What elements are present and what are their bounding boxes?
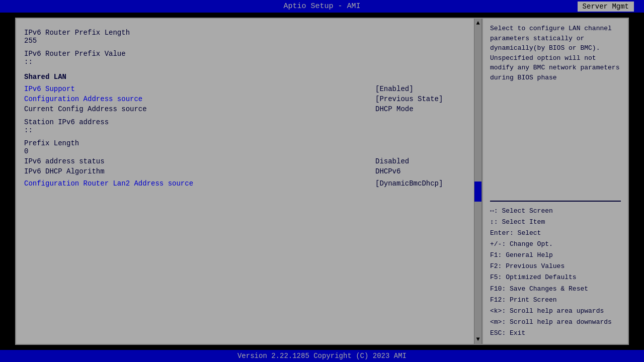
scrollbar[interactable]: ▲ ▼ xyxy=(474,19,482,344)
current-config-label: Current Config Address source xyxy=(24,105,375,113)
key-hint-f12: F12: Print Screen xyxy=(490,295,621,306)
config-address-source-value: [Previous State] xyxy=(375,95,466,103)
ipv6-support-value: [Enabled] xyxy=(375,85,466,93)
ipv6-address-status-value: Disabled xyxy=(375,157,466,165)
ipv6-dhcp-algo-row: IPv6 DHCP Algorithm DHCPv6 xyxy=(24,167,466,175)
station-ipv6-label: Station IPv6 address xyxy=(24,118,466,126)
config-address-source-label[interactable]: Configuration Address source xyxy=(24,95,375,103)
scroll-track[interactable] xyxy=(474,28,481,335)
ipv6-router-prefix-value-val: :: xyxy=(24,58,466,66)
scroll-thumb[interactable] xyxy=(474,182,481,202)
key-hint-f1: F1: General Help xyxy=(490,250,621,261)
key-hint-select-item: ↕: Select Item xyxy=(490,217,621,228)
scroll-up-arrow[interactable]: ▲ xyxy=(474,19,481,28)
key-hint-select-screen: ↔: Select Screen xyxy=(490,206,621,217)
ipv6-dhcp-algo-label: IPv6 DHCP Algorithm xyxy=(24,167,375,175)
shared-lan-header: Shared LAN xyxy=(24,73,466,81)
current-config-value: DHCP Mode xyxy=(375,105,466,113)
key-hint-k: <k>: Scroll help area upwards xyxy=(490,306,621,317)
key-hint-f2: F2: Previous Values xyxy=(490,261,621,272)
version-text: Version 2.22.1285 Copyright (C) 2023 AMI xyxy=(237,352,407,360)
ipv6-router-prefix-length-label: IPv6 Router Prefix Length xyxy=(24,29,466,37)
panel-divider xyxy=(490,201,621,202)
server-mgmt-tab[interactable]: Server Mgmt xyxy=(578,2,634,12)
main-content: IPv6 Router Prefix Length 255 IPv6 Route… xyxy=(15,18,629,345)
current-config-row: Current Config Address source DHCP Mode xyxy=(24,105,466,113)
ipv6-support-row[interactable]: IPv6 Support [Enabled] xyxy=(24,85,466,93)
config-address-source-row[interactable]: Configuration Address source [Previous S… xyxy=(24,95,466,103)
station-ipv6-value: :: xyxy=(24,126,466,134)
config-router-lan2-label[interactable]: Configuration Router Lan2 Address source xyxy=(24,179,375,188)
footer: Version 2.22.1285 Copyright (C) 2023 AMI xyxy=(0,350,644,362)
key-hint-f10: F10: Save Changes & Reset xyxy=(490,284,621,295)
ipv6-router-prefix-length-value: 255 xyxy=(24,37,466,45)
key-hints: ↔: Select Screen ↕: Select Item Enter: S… xyxy=(490,206,621,339)
ipv6-dhcp-algo-value: DHCPv6 xyxy=(375,167,466,175)
help-text: Select to configure LAN channel paramete… xyxy=(490,24,621,197)
key-hint-esc: ESC: Exit xyxy=(490,328,621,339)
config-router-lan2-row[interactable]: Configuration Router Lan2 Address source… xyxy=(24,179,466,188)
key-hint-change-opt: +/-: Change Opt. xyxy=(490,239,621,250)
key-hint-enter: Enter: Select xyxy=(490,228,621,239)
ipv6-support-label[interactable]: IPv6 Support xyxy=(24,85,375,93)
title-bar: Aptio Setup - AMI Server Mgmt xyxy=(0,0,644,13)
ipv6-address-status-label: IPv6 address status xyxy=(24,157,375,165)
scroll-down-arrow[interactable]: ▼ xyxy=(474,335,481,344)
left-panel: IPv6 Router Prefix Length 255 IPv6 Route… xyxy=(16,19,474,344)
prefix-length-label: Prefix Length xyxy=(24,139,466,147)
config-router-lan2-value: [DynamicBmcDhcp] xyxy=(375,179,466,188)
app-title: Aptio Setup - AMI xyxy=(283,2,360,11)
ipv6-address-status-row: IPv6 address status Disabled xyxy=(24,157,466,165)
prefix-length-value: 0 xyxy=(24,147,466,155)
right-panel: Select to configure LAN channel paramete… xyxy=(482,19,628,344)
ipv6-router-prefix-value-label: IPv6 Router Prefix Value xyxy=(24,50,466,58)
key-hint-f5: F5: Optimized Defaults xyxy=(490,272,621,283)
key-hint-m: <m>: Scroll help area downwards xyxy=(490,317,621,328)
